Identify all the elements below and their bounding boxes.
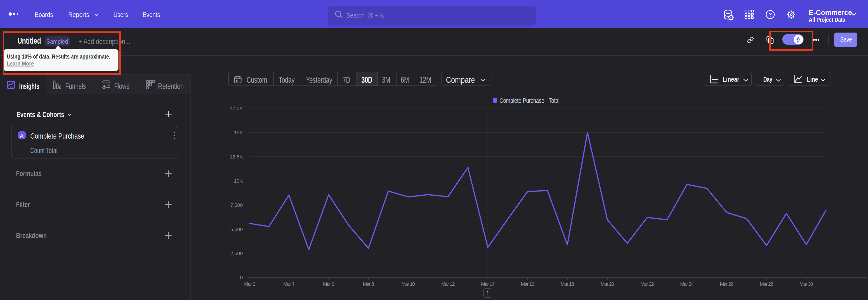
svg-text:2,500: 2,500 [230, 250, 243, 256]
svg-text:0: 0 [240, 275, 243, 280]
svg-text:10K: 10K [234, 178, 243, 184]
svg-text:Mar 12: Mar 12 [441, 281, 455, 287]
svg-text:Mar 14: Mar 14 [481, 281, 495, 287]
svg-text:Mar 8: Mar 8 [363, 281, 374, 287]
svg-text:15K: 15K [234, 130, 243, 136]
svg-text:Complete Purchase - Total: Complete Purchase - Total [500, 97, 559, 104]
svg-text:Mar 20: Mar 20 [600, 281, 614, 287]
svg-text:Mar 28: Mar 28 [760, 281, 773, 287]
svg-text:Mar 16: Mar 16 [521, 281, 534, 287]
svg-text:Mar 18: Mar 18 [561, 281, 574, 287]
svg-text:5,000: 5,000 [230, 227, 243, 232]
svg-text:7,500: 7,500 [230, 202, 243, 208]
svg-text:17.5K: 17.5K [230, 106, 243, 111]
svg-text:1: 1 [486, 290, 489, 297]
svg-text:Mar 24: Mar 24 [680, 281, 694, 287]
svg-text:Mar 2: Mar 2 [244, 281, 255, 287]
svg-text:Mar 30: Mar 30 [800, 281, 813, 287]
svg-text:Mar 4: Mar 4 [283, 281, 294, 287]
svg-text:12.5K: 12.5K [230, 154, 243, 160]
svg-text:Mar 10: Mar 10 [401, 281, 415, 287]
svg-text:Mar 22: Mar 22 [640, 281, 654, 287]
svg-text:Mar 6: Mar 6 [323, 281, 334, 287]
svg-text:Mar 26: Mar 26 [720, 281, 734, 287]
